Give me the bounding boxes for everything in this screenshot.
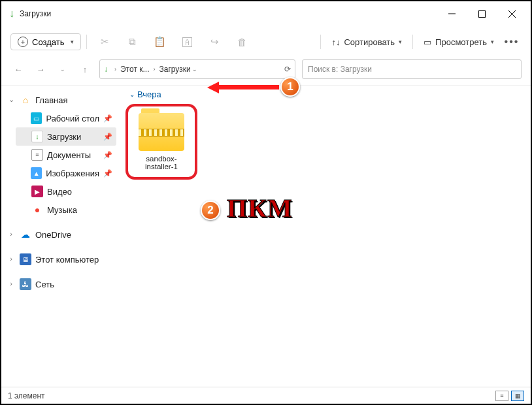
recent-button[interactable]: ⌄	[55, 61, 71, 77]
downloads-icon: ↓	[104, 65, 108, 74]
pin-icon: 📌	[103, 114, 112, 123]
breadcrumb-part[interactable]: Загрузки	[159, 65, 190, 74]
content-area[interactable]: ⌄ Вчера sandbox-installer-1	[119, 86, 531, 387]
chevron-right-icon: ›	[7, 255, 16, 263]
sidebar-item-desktop[interactable]: ▭ Рабочий стол 📌	[16, 109, 116, 127]
view-label: Просмотреть	[435, 37, 487, 47]
chevron-right-icon: ›	[7, 280, 16, 287]
sidebar-label: Этот компьютер	[35, 255, 112, 265]
downloads-icon: ↓	[9, 8, 14, 20]
more-button[interactable]: •••	[502, 36, 522, 48]
annotation-badge-1: 1	[280, 77, 300, 97]
pin-icon: 📌	[103, 151, 112, 159]
home-icon: ⌂	[20, 94, 31, 106]
sidebar-item-onedrive[interactable]: › ☁ OneDrive	[4, 225, 116, 244]
cut-icon[interactable]: ✂	[92, 31, 117, 53]
toolbar: + Создать ▾ ✂ ⧉ 📋 🄰 ↪ 🗑 ↑↓ Сортировать ▾…	[1, 26, 531, 57]
sort-label: Сортировать	[344, 37, 395, 47]
copy-icon[interactable]: ⧉	[120, 31, 144, 53]
pin-icon: 📌	[103, 133, 112, 141]
desktop-icon: ▭	[31, 112, 42, 124]
annotation-pkm-label: ПКМ	[227, 193, 293, 223]
network-icon: 🖧	[20, 278, 31, 290]
sidebar-label: Видео	[47, 187, 112, 197]
details-view-button[interactable]: ≡	[495, 391, 508, 401]
sidebar-item-documents[interactable]: ≡ Документы 📌	[16, 146, 116, 164]
pictures-icon: ▲	[31, 167, 42, 179]
sidebar-item-pictures[interactable]: ▲ Изображения 📌	[16, 164, 116, 182]
view-icon: ▭	[424, 37, 431, 47]
back-button[interactable]: ←	[10, 61, 26, 77]
computer-icon: 🖥	[20, 253, 31, 265]
create-label: Создать	[32, 37, 64, 47]
window-title: Загрузки	[20, 9, 51, 18]
sidebar-label: Главная	[35, 95, 112, 105]
breadcrumb[interactable]: ↓ › Этот к... › Загрузки ⌄ ⟳	[99, 59, 295, 79]
sidebar-item-thispc[interactable]: › 🖥 Этот компьютер	[4, 250, 116, 268]
search-placeholder: Поиск в: Загрузки	[308, 65, 372, 74]
chevron-down-icon: ⌄	[7, 95, 16, 104]
separator	[412, 35, 413, 49]
status-bar: 1 элемент ≡ ▦	[1, 387, 531, 404]
forward-button[interactable]: →	[33, 61, 48, 77]
videos-icon: ▶	[31, 186, 43, 197]
sidebar-item-home[interactable]: ⌄ ⌂ Главная	[4, 91, 116, 109]
annotation-arrow	[207, 82, 279, 92]
group-header[interactable]: ⌄ Вчера	[129, 89, 523, 99]
sidebar-label: Сеть	[35, 280, 112, 289]
sidebar-label: Загрузки	[47, 132, 99, 142]
delete-icon[interactable]: 🗑	[229, 31, 254, 53]
annotation-badge-2: 2	[201, 201, 220, 220]
sidebar-item-network[interactable]: › 🖧 Сеть	[4, 275, 116, 293]
sidebar-label: Музыка	[47, 205, 112, 215]
maximize-button[interactable]	[467, 4, 497, 24]
sidebar-item-videos[interactable]: ▶ Видео	[16, 182, 116, 201]
status-count: 1 элемент	[8, 391, 45, 400]
minimize-button[interactable]	[437, 4, 467, 24]
chevron-down-icon: ⌄	[129, 91, 135, 98]
breadcrumb-part[interactable]: Этот к...	[120, 65, 149, 74]
file-label: sandbox-installer-1	[132, 155, 191, 170]
up-button[interactable]: ↑	[77, 61, 93, 77]
separator	[86, 35, 87, 49]
svg-rect-1	[478, 10, 485, 17]
sidebar-label: OneDrive	[35, 230, 112, 240]
rename-icon[interactable]: 🄰	[175, 31, 199, 53]
search-input[interactable]: Поиск в: Загрузки	[302, 59, 522, 79]
chevron-right-icon: ›	[7, 230, 16, 238]
sidebar-label: Изображения	[46, 169, 99, 178]
chevron-down-icon: ▾	[491, 39, 494, 45]
refresh-button[interactable]: ⟳	[284, 65, 291, 74]
downloads-icon: ↓	[31, 131, 43, 142]
pin-icon: 📌	[103, 169, 112, 178]
tiles-view-button[interactable]: ▦	[511, 391, 524, 401]
share-icon[interactable]: ↪	[202, 31, 227, 53]
file-item[interactable]: sandbox-installer-1	[125, 104, 197, 180]
group-label: Вчера	[137, 89, 161, 99]
create-button[interactable]: + Создать ▾	[10, 33, 81, 50]
music-icon: ●	[31, 204, 43, 216]
close-button[interactable]	[497, 4, 527, 24]
sidebar-label: Документы	[47, 150, 99, 160]
chevron-down-icon: ▾	[71, 39, 74, 45]
zip-folder-icon	[139, 113, 184, 151]
separator	[320, 35, 321, 49]
documents-icon: ≡	[31, 149, 43, 161]
view-button[interactable]: ▭ Просмотреть ▾	[418, 35, 499, 50]
sort-button[interactable]: ↑↓ Сортировать ▾	[326, 35, 407, 50]
onedrive-icon: ☁	[20, 229, 31, 240]
sidebar-item-music[interactable]: ● Музыка	[16, 201, 116, 219]
title-bar: ↓ Загрузки	[1, 1, 531, 26]
nav-bar: ← → ⌄ ↑ ↓ › Этот к... › Загрузки ⌄ ⟳ Пои…	[1, 57, 531, 81]
chevron-down-icon: ▾	[399, 39, 402, 45]
plus-icon: +	[18, 37, 28, 47]
sidebar: ⌄ ⌂ Главная ▭ Рабочий стол 📌 ↓ Загрузки …	[1, 86, 119, 387]
paste-icon[interactable]: 📋	[147, 31, 172, 53]
sidebar-item-downloads[interactable]: ↓ Загрузки 📌	[16, 127, 116, 146]
body: ⌄ ⌂ Главная ▭ Рабочий стол 📌 ↓ Загрузки …	[1, 85, 531, 387]
sort-icon: ↑↓	[331, 37, 340, 47]
sidebar-label: Рабочий стол	[46, 114, 99, 123]
